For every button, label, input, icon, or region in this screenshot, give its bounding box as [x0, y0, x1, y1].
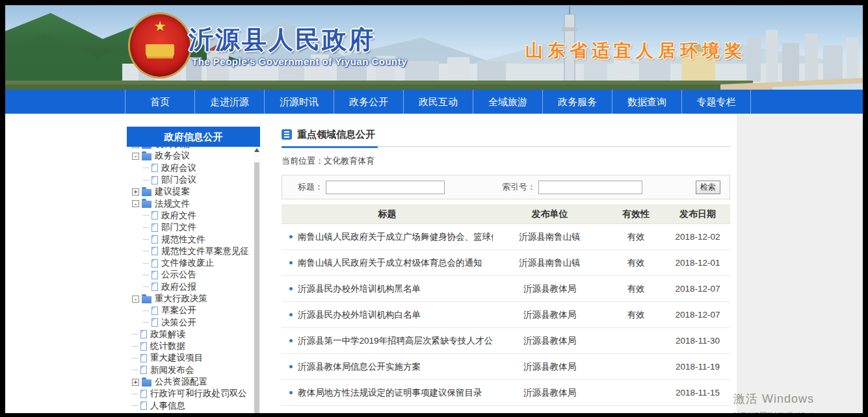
nav-item[interactable]: 政民互动: [403, 90, 473, 114]
file-icon: [140, 354, 147, 362]
tree-item[interactable]: 新闻发布会: [127, 364, 260, 376]
tree-item-label[interactable]: 部门会议: [161, 174, 196, 186]
tree-item[interactable]: 政府文件: [127, 210, 260, 221]
tree-expander-icon[interactable]: -: [132, 296, 139, 303]
tree-item[interactable]: + 建议提案: [127, 186, 260, 197]
tree-item[interactable]: 政府会议: [127, 162, 260, 174]
index-search-input[interactable]: [538, 181, 642, 194]
tree-item[interactable]: - 重大行政决策: [127, 293, 260, 305]
tree-item[interactable]: 统计数据: [127, 340, 260, 352]
tree-item-label[interactable]: 机构职能: [155, 147, 190, 150]
file-icon: [151, 247, 158, 255]
tree-item-label[interactable]: 公示公告: [161, 269, 196, 281]
tree-item-label[interactable]: 价格收费: [150, 412, 185, 413]
tree-item[interactable]: 行政许可和行政处罚双公: [127, 388, 260, 399]
column-header-unit: 发布单位: [493, 208, 607, 220]
tree-item-label[interactable]: 政务会议: [155, 150, 190, 162]
tree-expander-icon[interactable]: +: [132, 188, 139, 196]
tree-item-label[interactable]: 新闻发布会: [150, 364, 194, 376]
tree-item[interactable]: 重大建设项目: [127, 352, 260, 364]
tree-expander-icon[interactable]: [143, 322, 149, 323]
tree-item[interactable]: 草案公开: [127, 305, 260, 316]
tree-expander-icon[interactable]: [143, 239, 149, 240]
tree-expander-icon[interactable]: [132, 358, 138, 359]
tree-scrollbar[interactable]: [254, 147, 260, 413]
tree-expander-icon[interactable]: [143, 180, 149, 181]
search-button[interactable]: 检索: [696, 181, 720, 194]
tree-item-label[interactable]: 文件修改废止: [161, 257, 214, 269]
tree-item-label[interactable]: 人事信息: [150, 400, 185, 412]
tree-item-label[interactable]: 政策解读: [150, 329, 185, 340]
document-link[interactable]: 教体局地方性法规设定的证明事项建议保留目录: [298, 387, 482, 399]
document-link[interactable]: 沂源县教体局信息公开实施方案: [298, 361, 421, 373]
browser-viewport: ★ 沂源县人民政府 The People's Government of Yiy…: [5, 5, 863, 413]
nav-item[interactable]: 全域旅游: [473, 90, 542, 114]
tree-expander-icon[interactable]: [143, 227, 149, 228]
tree-item[interactable]: 规范性文件: [127, 233, 260, 245]
document-link[interactable]: 南鲁山镇人民政府关于成立广场舞健身协会、篮球俱乐部...: [298, 231, 493, 243]
tree-expander-icon[interactable]: [143, 251, 149, 251]
tree-item-label[interactable]: 政府文件: [161, 210, 196, 221]
tree-item[interactable]: 部门会议: [127, 174, 260, 186]
tree-item[interactable]: - 政务会议: [127, 150, 260, 162]
tree-item-label[interactable]: 重大建设项目: [150, 352, 203, 364]
publish-unit-cell: 沂源县教体局: [493, 335, 607, 347]
document-link[interactable]: 沂源县民办校外培训机构白名单: [298, 309, 421, 321]
tree-expander-icon[interactable]: [143, 263, 149, 264]
tree-expander-icon[interactable]: [143, 310, 149, 311]
nav-item-label: 首页: [150, 96, 170, 107]
document-link[interactable]: 南鲁山镇人民政府关于成立村级体育总会的通知: [298, 257, 482, 269]
tree-item[interactable]: 公示公告: [127, 269, 260, 281]
tree-item-label[interactable]: 法规文件: [155, 198, 190, 210]
nav-item[interactable]: 沂源时讯: [264, 90, 334, 114]
tree-expander-icon[interactable]: [143, 215, 149, 216]
tree-expander-icon[interactable]: +: [132, 147, 139, 148]
tree-item-label[interactable]: 重大行政决策: [155, 293, 207, 305]
document-link[interactable]: 山东省教育招生考试院关于做好山东省2019年普通高...: [298, 413, 493, 414]
tree-expander-icon[interactable]: [132, 334, 138, 335]
tree-item[interactable]: + 公共资源配置: [127, 376, 260, 388]
tree-expander-icon[interactable]: [143, 286, 149, 287]
document-link[interactable]: 沂源县民办校外培训机构黑名单: [298, 283, 421, 295]
scrollbar-thumb[interactable]: [254, 162, 259, 413]
tree-item-label[interactable]: 行政许可和行政处罚双公: [150, 388, 247, 399]
scroll-up-arrow-icon[interactable]: [254, 148, 259, 152]
title-search-input[interactable]: [326, 181, 445, 194]
tree-item-label[interactable]: 部门文件: [161, 221, 196, 233]
tree-expander-icon[interactable]: [132, 370, 138, 370]
tree-expander-icon[interactable]: [143, 275, 149, 275]
tree-item[interactable]: 人事信息: [127, 400, 260, 412]
tree-item[interactable]: 决策公开: [127, 316, 260, 328]
tree-item-label[interactable]: 公共资源配置: [155, 376, 207, 388]
tree-item[interactable]: 规范性文件草案意见征: [127, 246, 260, 257]
nav-item[interactable]: 数据查询: [612, 90, 681, 114]
nav-item[interactable]: 专题专栏: [681, 90, 751, 114]
tree-expander-icon[interactable]: [132, 394, 138, 394]
nav-item[interactable]: 政务服务: [542, 90, 612, 114]
tree-item-label[interactable]: 草案公开: [161, 305, 196, 316]
tree-item[interactable]: 部门文件: [127, 221, 260, 233]
tree-item[interactable]: - 法规文件: [127, 197, 260, 209]
tree-expander-icon[interactable]: +: [132, 379, 139, 386]
tree-item-label[interactable]: 政府会议: [161, 162, 196, 174]
tree-item-label[interactable]: 政府公报: [161, 281, 196, 293]
tree-expander-icon[interactable]: -: [132, 153, 139, 160]
tree-expander-icon[interactable]: [132, 405, 138, 406]
tree-item[interactable]: 政策解读: [127, 329, 260, 340]
tree-expander-icon[interactable]: [143, 168, 149, 168]
tree-item-label[interactable]: 规范性文件: [161, 234, 205, 246]
tree-expander-icon[interactable]: -: [132, 200, 139, 207]
tree-item-label[interactable]: 建议提案: [155, 186, 190, 197]
nav-item[interactable]: 首页: [125, 90, 194, 114]
document-link[interactable]: 沂源县第一中学2019年招聘高层次紧缺专技人才公告: [298, 335, 493, 347]
tree-item[interactable]: 政府公报: [127, 281, 260, 293]
nav-item[interactable]: 政务公开: [334, 90, 403, 114]
tree-item[interactable]: 文件修改废止: [127, 257, 260, 269]
tree-item-label[interactable]: 统计数据: [150, 340, 185, 352]
tree-item-label[interactable]: 决策公开: [161, 317, 196, 329]
document-icon: [282, 129, 292, 140]
tree-item-label[interactable]: 规范性文件草案意见征: [161, 246, 249, 257]
tree-expander-icon[interactable]: [132, 346, 138, 347]
tree-item[interactable]: 价格收费: [127, 412, 260, 413]
nav-item[interactable]: 走进沂源: [194, 90, 264, 114]
